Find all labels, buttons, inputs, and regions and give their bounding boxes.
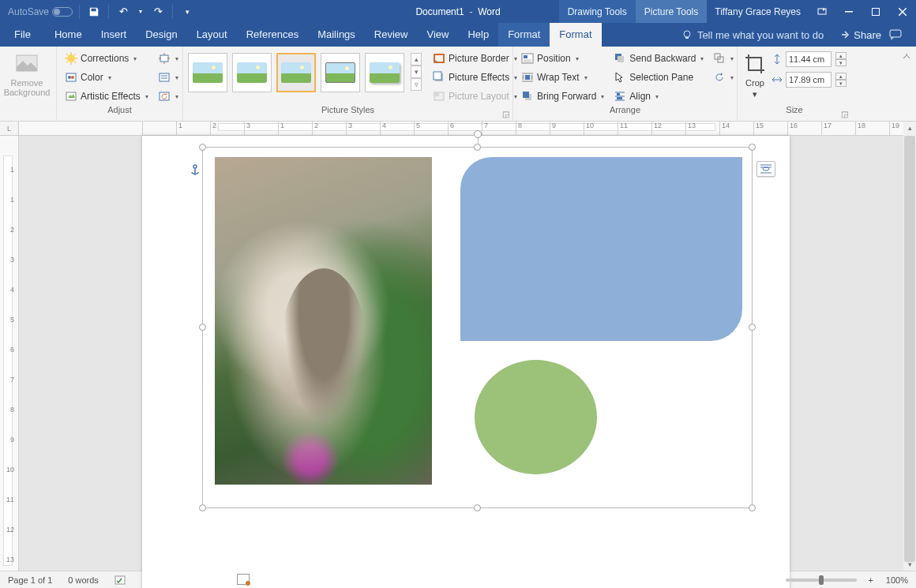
chevron-down-icon: ▾ bbox=[145, 93, 148, 100]
width-down[interactable]: ▾ bbox=[835, 80, 847, 87]
gallery-more-button[interactable]: ▿ bbox=[411, 78, 422, 91]
undo-dropdown[interactable]: ▾ bbox=[136, 2, 145, 21]
group-objects-button[interactable]: ▾ bbox=[710, 50, 737, 67]
tab-view[interactable]: View bbox=[417, 23, 458, 47]
tab-review[interactable]: Review bbox=[365, 23, 418, 47]
tab-help[interactable]: Help bbox=[458, 23, 498, 47]
artistic-effects-button[interactable]: Artistic Effects▾ bbox=[62, 88, 152, 105]
ruler-corner[interactable]: L bbox=[0, 122, 19, 136]
width-icon bbox=[771, 73, 783, 86]
wrap-text-button[interactable]: Wrap Text▾ bbox=[518, 69, 607, 86]
tab-format-picture[interactable]: Format bbox=[550, 23, 601, 47]
crop-icon bbox=[742, 51, 768, 77]
corrections-button[interactable]: Corrections▾ bbox=[62, 50, 152, 67]
selection-frame[interactable] bbox=[202, 147, 753, 508]
zoom-in-button[interactable]: + bbox=[863, 575, 877, 585]
rotate-button[interactable]: ▾ bbox=[710, 69, 737, 86]
tab-format-drawing[interactable]: Format bbox=[498, 23, 550, 47]
color-button[interactable]: Color▾ bbox=[62, 69, 152, 86]
zoom-level[interactable]: 100% bbox=[878, 575, 916, 585]
resize-handle-e[interactable] bbox=[749, 324, 756, 331]
gallery-down-button[interactable]: ▾ bbox=[411, 66, 422, 78]
position-icon bbox=[521, 52, 534, 65]
page-canvas[interactable] bbox=[142, 136, 790, 588]
selection-pane-button[interactable]: Selection Pane bbox=[610, 69, 707, 86]
scrollbar-thumb[interactable] bbox=[904, 136, 915, 562]
tab-mailings[interactable]: Mailings bbox=[308, 23, 365, 47]
scroll-down-button[interactable]: ▾ bbox=[903, 558, 916, 571]
save-button[interactable] bbox=[84, 2, 103, 21]
dialog-launcher-size[interactable]: ◲ bbox=[839, 110, 849, 119]
resize-handle-se[interactable] bbox=[749, 504, 756, 511]
context-tabs: Drawing Tools Picture Tools bbox=[559, 0, 708, 23]
svg-rect-28 bbox=[617, 97, 622, 99]
bring-forward-button[interactable]: Bring Forward▾ bbox=[518, 88, 607, 105]
rotation-handle[interactable] bbox=[474, 130, 482, 138]
height-up[interactable]: ▴ bbox=[835, 52, 847, 59]
horizontal-ruler[interactable]: 12312345678910111213141516171819 bbox=[19, 122, 903, 136]
compress-pictures-button[interactable]: ▾ bbox=[155, 50, 182, 67]
resize-handle-n[interactable] bbox=[474, 144, 481, 151]
tab-layout[interactable]: Layout bbox=[187, 23, 237, 47]
resize-handle-s[interactable] bbox=[474, 504, 481, 511]
tab-file[interactable]: File bbox=[0, 23, 45, 47]
remove-background-button[interactable]: Remove Background bbox=[5, 50, 49, 97]
undo-button[interactable]: ↶ bbox=[114, 2, 133, 21]
status-words[interactable]: 0 words bbox=[60, 575, 107, 585]
share-button[interactable]: Share bbox=[832, 29, 889, 41]
context-tab-drawing-tools[interactable]: Drawing Tools bbox=[559, 0, 636, 23]
gallery-up-button[interactable]: ▴ bbox=[411, 53, 422, 66]
crop-button[interactable]: Crop ▾ bbox=[742, 50, 768, 99]
corrections-icon bbox=[65, 52, 77, 65]
comments-button[interactable] bbox=[889, 29, 916, 40]
resize-handle-w[interactable] bbox=[199, 324, 206, 331]
autosave-toggle[interactable]: AutoSave bbox=[0, 6, 77, 17]
redo-button[interactable]: ↷ bbox=[148, 2, 167, 21]
status-spellcheck[interactable] bbox=[107, 575, 135, 586]
resize-handle-ne[interactable] bbox=[749, 144, 756, 151]
tab-design[interactable]: Design bbox=[136, 23, 186, 47]
position-button[interactable]: Position▾ bbox=[518, 50, 607, 67]
customize-qat-button[interactable]: ▾ bbox=[178, 2, 197, 21]
tab-home[interactable]: Home bbox=[45, 23, 92, 47]
send-backward-button[interactable]: Send Backward▾ bbox=[610, 50, 707, 67]
context-tab-picture-tools[interactable]: Picture Tools bbox=[636, 0, 707, 23]
layout-options-chip[interactable] bbox=[756, 161, 775, 177]
style-preset-2[interactable] bbox=[232, 53, 272, 92]
align-button[interactable]: Align▾ bbox=[610, 88, 707, 105]
height-down[interactable]: ▾ bbox=[835, 59, 847, 66]
change-picture-button[interactable]: ▾ bbox=[155, 69, 182, 86]
ribbon: ㅅ Remove Background Corrections▾ Color▾ bbox=[0, 47, 916, 122]
style-preset-4[interactable] bbox=[321, 53, 360, 92]
resize-handle-nw[interactable] bbox=[199, 144, 206, 151]
vertical-ruler[interactable]: 112345678910111213 bbox=[0, 136, 19, 571]
style-preset-3[interactable] bbox=[276, 53, 316, 92]
tab-references[interactable]: References bbox=[237, 23, 308, 47]
minimize-button[interactable] bbox=[835, 0, 862, 23]
reset-picture-button[interactable]: ▾ bbox=[155, 88, 182, 105]
close-button[interactable] bbox=[889, 0, 916, 23]
collapse-ribbon-button[interactable]: ㅅ bbox=[902, 50, 911, 63]
group-remove-background: Remove Background bbox=[0, 47, 57, 121]
resize-handle-sw[interactable] bbox=[199, 504, 206, 511]
scroll-up-button[interactable]: ▴ bbox=[903, 122, 916, 134]
maximize-button[interactable] bbox=[862, 0, 889, 23]
zoom-slider[interactable] bbox=[786, 579, 857, 582]
tab-insert[interactable]: Insert bbox=[92, 23, 137, 47]
tell-me-search[interactable]: Tell me what you want to do bbox=[674, 29, 832, 41]
picture-layout-button[interactable]: Picture Layout▾ bbox=[430, 88, 520, 105]
group-label-size: Size ◲ bbox=[738, 105, 851, 121]
style-preset-5[interactable] bbox=[365, 53, 404, 92]
user-name[interactable]: Tiffany Grace Reyes bbox=[707, 6, 809, 17]
width-input[interactable]: 17.89 cm bbox=[786, 72, 832, 88]
zoom-slider-knob[interactable] bbox=[819, 575, 824, 585]
picture-styles-gallery[interactable]: ▴ ▾ ▿ bbox=[188, 50, 422, 92]
picture-effects-button[interactable]: Picture Effects▾ bbox=[430, 69, 520, 86]
dialog-launcher-picture-styles[interactable]: ◲ bbox=[501, 110, 510, 119]
vertical-scrollbar[interactable]: ▴ ▾ bbox=[903, 122, 916, 571]
picture-border-button[interactable]: Picture Border▾ bbox=[430, 50, 520, 67]
width-up[interactable]: ▴ bbox=[835, 73, 847, 80]
ribbon-display-options-button[interactable] bbox=[809, 0, 835, 23]
height-input[interactable]: 11.44 cm bbox=[786, 51, 832, 67]
style-preset-1[interactable] bbox=[188, 53, 227, 92]
